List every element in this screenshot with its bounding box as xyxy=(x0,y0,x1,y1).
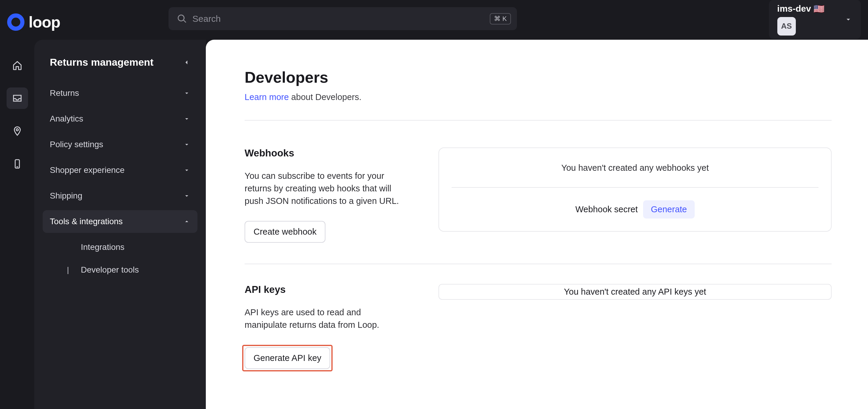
webhooks-section: Webhooks You can subscribe to events for… xyxy=(245,147,832,243)
divider xyxy=(245,120,832,121)
webhook-secret-label: Webhook secret xyxy=(576,204,638,214)
webhooks-desc: You can subscribe to events for your ret… xyxy=(245,170,403,207)
chevron-down-icon xyxy=(183,192,190,199)
sidebar-title: Returns management xyxy=(50,56,154,68)
icon-rail xyxy=(0,40,34,409)
chevron-down-icon xyxy=(183,90,190,97)
nav-tools-integrations[interactable]: Tools & integrations xyxy=(43,210,197,233)
nav-shopper-experience[interactable]: Shopper experience xyxy=(43,159,197,181)
nav-label: Returns xyxy=(50,88,79,98)
chevron-down-icon xyxy=(183,141,190,148)
account-name: ims-dev xyxy=(777,4,811,14)
nav-label: Shipping xyxy=(50,191,82,201)
collapse-sidebar-icon[interactable] xyxy=(183,59,190,66)
api-keys-desc: API keys are used to read and manipulate… xyxy=(245,306,403,331)
mobile-icon xyxy=(12,159,22,169)
flag-icon: 🇺🇸 xyxy=(813,4,825,14)
divider xyxy=(245,264,832,264)
nav-policy-settings[interactable]: Policy settings xyxy=(43,133,197,156)
search-kbd-hint: ⌘ K xyxy=(490,13,511,25)
main-content: Developers Learn more about Developers. … xyxy=(206,40,868,409)
brand-name: loop xyxy=(29,13,60,31)
nav-analytics[interactable]: Analytics xyxy=(43,108,197,130)
chevron-down-icon xyxy=(844,15,852,24)
chevron-down-icon xyxy=(183,167,190,174)
nav-shipping[interactable]: Shipping xyxy=(43,184,197,207)
rail-location[interactable] xyxy=(6,120,28,142)
page-subtitle: Learn more about Developers. xyxy=(245,92,832,102)
svg-point-0 xyxy=(16,129,18,131)
rail-mobile[interactable] xyxy=(6,153,28,175)
inbox-icon xyxy=(12,93,22,103)
api-keys-heading: API keys xyxy=(245,284,403,295)
search-bar[interactable]: ⌘ K xyxy=(168,7,517,30)
location-icon xyxy=(12,126,22,136)
learn-more-link[interactable]: Learn more xyxy=(245,92,289,102)
webhooks-empty-text: You haven't created any webhooks yet xyxy=(452,163,818,173)
brand-logo[interactable]: loop xyxy=(0,7,34,31)
search-input[interactable] xyxy=(192,14,490,24)
avatar: AS xyxy=(777,17,796,35)
api-keys-empty-text: You haven't created any API keys yet xyxy=(564,287,706,296)
generate-webhook-secret-button[interactable]: Generate xyxy=(643,200,695,218)
webhooks-heading: Webhooks xyxy=(245,147,403,159)
webhooks-card: You haven't created any webhooks yet Web… xyxy=(438,147,832,232)
sub-indicator-active: | xyxy=(64,265,72,275)
chevron-down-icon xyxy=(183,115,190,122)
page-title: Developers xyxy=(245,68,832,86)
sub-label: Integrations xyxy=(81,242,124,252)
search-icon xyxy=(177,14,187,24)
logo-ring-icon xyxy=(7,13,25,31)
divider xyxy=(452,187,818,188)
sub-developer-tools[interactable]: | Developer tools xyxy=(43,259,197,281)
nav-returns[interactable]: Returns xyxy=(43,82,197,105)
api-keys-empty-card: You haven't created any API keys yet xyxy=(438,284,832,300)
nav-label: Tools & integrations xyxy=(50,217,123,226)
nav-label: Policy settings xyxy=(50,140,103,149)
home-icon xyxy=(12,60,22,70)
generate-api-key-button[interactable]: Generate API key xyxy=(245,347,330,369)
api-keys-section: API keys API keys are used to read and m… xyxy=(245,284,832,371)
rail-inbox[interactable] xyxy=(6,87,28,109)
page-sub-rest: about Developers. xyxy=(289,92,361,102)
generate-api-key-highlight: Generate API key xyxy=(242,345,333,371)
sidebar: Returns management Returns Analytics Pol… xyxy=(34,40,206,409)
sub-integrations[interactable]: Integrations xyxy=(43,236,197,259)
nav-label: Shopper experience xyxy=(50,166,125,175)
nav-label: Analytics xyxy=(50,114,83,124)
chevron-up-icon xyxy=(183,218,190,225)
create-webhook-button[interactable]: Create webhook xyxy=(245,221,326,243)
rail-home[interactable] xyxy=(6,55,28,76)
account-menu[interactable]: ims-dev 🇺🇸 AS xyxy=(769,0,861,39)
sub-label: Developer tools xyxy=(81,265,139,275)
